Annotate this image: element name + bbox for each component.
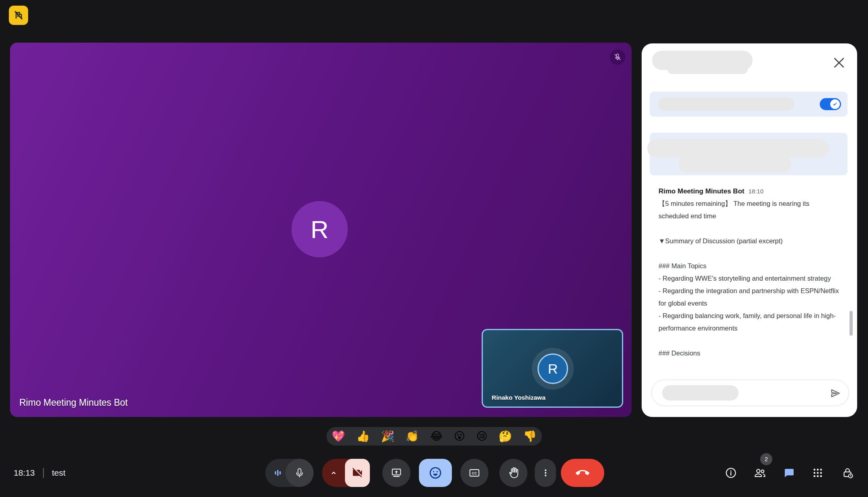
raise-hand-icon bbox=[507, 467, 519, 479]
smiley-icon bbox=[428, 466, 443, 480]
check-icon bbox=[832, 101, 838, 107]
message-summary-heading: ▼Summary of Discussion (partial excerpt) bbox=[659, 235, 841, 247]
avatar-initial: R bbox=[311, 215, 329, 244]
participant-count: 2 bbox=[765, 456, 768, 462]
reactions-toggle-button[interactable] bbox=[419, 459, 452, 487]
people-button[interactable] bbox=[753, 466, 767, 480]
message-sender: Rimo Meeting Minutes Bot bbox=[659, 187, 744, 195]
reaction-thumbs-down-button[interactable]: 👎 bbox=[523, 431, 537, 442]
message-decisions-heading: ### Decisions bbox=[659, 347, 841, 359]
reaction-thinking-button[interactable]: 🤔 bbox=[499, 431, 512, 442]
chat-permission-row bbox=[650, 92, 847, 117]
reaction-thumbs-up-button[interactable]: 👍 bbox=[356, 431, 370, 442]
avatar-initial: R bbox=[548, 361, 558, 377]
thumbs-down-emoji: 👎 bbox=[523, 430, 537, 442]
mic-toggle[interactable] bbox=[285, 459, 314, 487]
mic-muted-indicator bbox=[610, 49, 625, 65]
clapping-hands-emoji: 👏 bbox=[406, 430, 419, 442]
chevron-up-icon bbox=[329, 468, 339, 478]
party-popper-emoji: 🎉 bbox=[381, 430, 394, 442]
cc-label: CC bbox=[472, 471, 477, 475]
people-icon bbox=[753, 466, 767, 480]
redacted-toggle-label bbox=[658, 98, 794, 111]
present-screen-button[interactable] bbox=[382, 459, 410, 487]
reaction-sparkling-heart-button[interactable]: 💖 bbox=[332, 431, 345, 442]
message-header: Rimo Meeting Minutes Bot 18:10 bbox=[659, 187, 841, 195]
meet-window: R Rimo Meeting Minutes Bot R Rinako Yosh… bbox=[0, 0, 868, 497]
avatar: R bbox=[538, 353, 568, 384]
activities-button[interactable] bbox=[811, 466, 825, 480]
tears-of-joy-emoji: 😂 bbox=[430, 430, 443, 442]
avatar: R bbox=[291, 201, 348, 257]
reaction-crying-button[interactable]: 😢 bbox=[476, 431, 487, 442]
redacted-notice-text bbox=[647, 139, 829, 158]
chat-input[interactable] bbox=[651, 380, 849, 406]
close-panel-button[interactable] bbox=[834, 58, 844, 68]
more-vert-icon bbox=[540, 468, 551, 478]
self-video-tile[interactable]: R Rinako Yoshizawa bbox=[482, 329, 623, 408]
thumbs-up-emoji: 👍 bbox=[356, 430, 370, 442]
thinking-emoji: 🤔 bbox=[499, 430, 512, 442]
meeting-name: test bbox=[52, 467, 66, 479]
mic-off-icon bbox=[613, 53, 622, 62]
mic-icon bbox=[294, 467, 305, 479]
chat-toggle-switch[interactable] bbox=[820, 98, 841, 110]
camera-off-button[interactable] bbox=[345, 459, 370, 487]
toggle-thumb bbox=[830, 99, 840, 109]
reaction-clapping-hands-button[interactable]: 👏 bbox=[406, 431, 419, 442]
participant-name-label: Rimo Meeting Minutes Bot bbox=[19, 397, 128, 408]
send-message-button[interactable] bbox=[829, 387, 841, 399]
reactions-bar: 💖 👍 🎉 👏 😂 😮 😢 🤔 👎 bbox=[326, 427, 542, 446]
message-intro: 【5 minutes remaining】 The meeting is nea… bbox=[659, 197, 841, 222]
more-options-button[interactable] bbox=[535, 459, 556, 487]
host-controls-lock-icon bbox=[841, 466, 854, 479]
camera-control bbox=[322, 459, 370, 487]
message-main-topics: ### Main Topics - Regarding WWE's storyt… bbox=[659, 260, 841, 335]
reaction-astonished-button[interactable]: 😮 bbox=[454, 431, 465, 442]
mic-button[interactable] bbox=[265, 459, 314, 487]
participant-name-label: Rinako Yoshizawa bbox=[492, 394, 546, 401]
camera-off-icon bbox=[351, 467, 363, 479]
clock: 18:13 bbox=[14, 467, 35, 479]
participant-count-badge: 2 bbox=[760, 453, 772, 465]
astonished-emoji: 😮 bbox=[454, 430, 465, 442]
chat-notice bbox=[650, 133, 847, 175]
present-screen-icon bbox=[390, 467, 402, 479]
info-icon bbox=[724, 466, 737, 479]
chat-message: Rimo Meeting Minutes Bot 18:10 【5 minute… bbox=[659, 187, 841, 359]
send-icon bbox=[829, 387, 841, 399]
chat-button[interactable] bbox=[782, 466, 796, 480]
captions-icon: CC bbox=[468, 467, 480, 479]
chat-panel: Rimo Meeting Minutes Bot 18:10 【5 minute… bbox=[642, 43, 857, 417]
recording-off-icon bbox=[12, 9, 25, 21]
recording-unavailable-badge[interactable] bbox=[9, 6, 28, 25]
sparkling-heart-emoji: 💖 bbox=[332, 430, 345, 442]
audio-waveform-icon bbox=[273, 468, 283, 478]
message-time: 18:10 bbox=[748, 188, 763, 195]
redacted-panel-title-2 bbox=[667, 64, 748, 74]
apps-grid-icon bbox=[812, 467, 824, 479]
reaction-party-popper-button[interactable]: 🎉 bbox=[381, 431, 394, 442]
crying-emoji: 😢 bbox=[476, 430, 487, 442]
host-controls-button[interactable] bbox=[840, 466, 855, 480]
close-icon bbox=[834, 58, 844, 68]
panel-scrollbar-thumb[interactable] bbox=[850, 311, 853, 336]
meeting-details-button[interactable] bbox=[724, 466, 738, 480]
chat-bubble-icon bbox=[782, 466, 795, 479]
raise-hand-button[interactable] bbox=[499, 459, 527, 487]
redacted-input-placeholder bbox=[662, 385, 739, 400]
call-end-icon bbox=[576, 466, 589, 480]
status-divider bbox=[43, 468, 44, 478]
leave-call-button[interactable] bbox=[561, 459, 604, 487]
reaction-tears-of-joy-button[interactable]: 😂 bbox=[430, 431, 443, 442]
captions-button[interactable]: CC bbox=[460, 459, 488, 487]
redacted-notice-text-2 bbox=[679, 156, 791, 172]
